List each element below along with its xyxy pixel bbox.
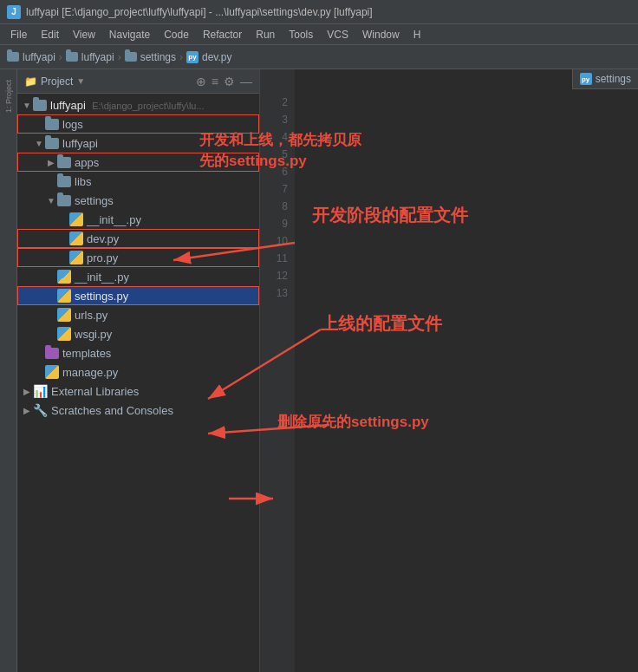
tree-item-luffyapi[interactable]: ▼ luffyapi	[17, 134, 259, 153]
urls-label: urls.py	[75, 309, 107, 322]
tree-item-templates[interactable]: templates	[17, 343, 259, 362]
tree-item-dev[interactable]: dev.py	[17, 229, 259, 248]
project-panel-header: 📁 Project ▼ ⊕ ≡ ⚙ —	[17, 69, 259, 94]
title-bar: J luffyapi [E:\django_project\luffy\luff…	[0, 0, 638, 24]
collapse-icon[interactable]: ≡	[212, 75, 218, 88]
line-3: 3	[260, 111, 288, 128]
settings-tab[interactable]: py settings	[572, 69, 638, 89]
menu-vcs[interactable]: VCS	[320, 24, 355, 44]
settings-icon[interactable]: ⚙	[224, 75, 235, 88]
line-4: 4	[260, 128, 288, 146]
init-settings-label: __init__.py	[87, 213, 141, 226]
scratches-icon: 🔧	[33, 403, 48, 417]
tree-item-wsgi[interactable]: wsgi.py	[17, 324, 259, 343]
main-layout: 1: Project 📁 Project ▼ ⊕ ≡ ⚙ — ▼ luffyap…	[0, 69, 638, 672]
wsgi-py-icon	[57, 327, 71, 341]
libs-label: libs	[75, 175, 92, 188]
menu-bar: File Edit View Navigate Code Refactor Ru…	[0, 24, 638, 45]
breadcrumb-sep-2: ›	[118, 51, 121, 63]
menu-edit[interactable]: Edit	[34, 24, 66, 44]
tree-item-settings-py[interactable]: settings.py	[17, 286, 259, 305]
menu-run[interactable]: Run	[249, 24, 282, 44]
breadcrumb-folder-icon-2	[66, 52, 78, 62]
tree-item-libs[interactable]: libs	[17, 172, 259, 191]
line-13: 13	[260, 284, 288, 302]
line-7: 7	[260, 180, 288, 198]
tree-item-init-main[interactable]: __init__.py	[17, 267, 259, 286]
tree-item-init-settings[interactable]: __init__.py	[17, 210, 259, 229]
luffyapi-folder-icon	[45, 138, 59, 149]
tree-item-urls[interactable]: urls.py	[17, 305, 259, 324]
root-folder-icon	[33, 100, 47, 111]
init-main-py-icon	[57, 270, 71, 284]
file-tree: ▼ luffyapi E:\django_project\luffy\lu...…	[17, 94, 259, 672]
menu-code[interactable]: Code	[157, 24, 196, 44]
breadcrumb-item-2[interactable]: luffyapi	[81, 51, 114, 63]
dev-label: dev.py	[87, 232, 119, 245]
pro-py-icon	[69, 251, 83, 264]
init-settings-py-icon	[69, 212, 83, 226]
logs-folder-icon	[45, 119, 59, 130]
menu-tools[interactable]: Tools	[282, 24, 320, 44]
line-2: 2	[260, 94, 288, 111]
manage-label: manage.py	[62, 366, 118, 379]
templates-label: templates	[62, 347, 111, 360]
breadcrumb-folder-icon-3	[125, 52, 137, 62]
side-strip: 1: Project	[0, 69, 17, 672]
line-12: 12	[260, 267, 288, 284]
project-title: 📁 Project ▼	[24, 75, 85, 88]
ext-libs-icon: 📊	[33, 384, 48, 398]
tree-item-external-libs[interactable]: ▶ 📊 External Libraries	[17, 382, 259, 401]
tree-item-manage[interactable]: manage.py	[17, 362, 259, 382]
editor-area: 2 3 4 5 6 7 8 9 10 11 12 13	[260, 69, 638, 672]
project-panel: 📁 Project ▼ ⊕ ≡ ⚙ — ▼ luffyapi E:\django…	[17, 69, 260, 672]
tree-item-scratches[interactable]: ▶ 🔧 Scratches and Consoles	[17, 401, 259, 420]
ext-libs-label: External Libraries	[51, 385, 139, 398]
settings-py-label: settings.py	[75, 290, 128, 303]
settings-folder-arrow: ▼	[45, 196, 57, 206]
apps-folder-icon	[57, 157, 71, 168]
libs-folder-icon	[57, 176, 71, 187]
menu-view[interactable]: View	[66, 24, 102, 44]
menu-refactor[interactable]: Refactor	[196, 24, 249, 44]
breadcrumb-sep-3: ›	[179, 51, 183, 63]
line-10: 10	[260, 232, 288, 250]
tree-item-logs[interactable]: logs	[17, 114, 259, 134]
title-bar-text: luffyapi [E:\django_project\luffy\luffya…	[26, 6, 373, 18]
menu-window[interactable]: Window	[355, 24, 407, 44]
breadcrumb: luffyapi › luffyapi › settings › py dev.…	[0, 45, 638, 69]
breadcrumb-item-4[interactable]: dev.py	[202, 51, 231, 63]
breadcrumb-sep-1: ›	[59, 51, 62, 63]
wsgi-label: wsgi.py	[75, 328, 112, 341]
project-title-label: Project	[41, 75, 73, 88]
breadcrumb-item-1[interactable]: luffyapi	[23, 51, 55, 63]
templates-folder-icon	[45, 348, 59, 359]
line-9: 9	[260, 215, 288, 232]
scratches-arrow: ▶	[21, 406, 33, 415]
locate-icon[interactable]: ⊕	[196, 75, 206, 88]
line-numbers: 2 3 4 5 6 7 8 9 10 11 12 13	[260, 69, 295, 672]
tree-item-apps[interactable]: ▶ apps	[17, 153, 259, 172]
root-arrow: ▼	[21, 101, 33, 110]
menu-navigate[interactable]: Navigate	[102, 24, 157, 44]
logs-label: logs	[62, 118, 83, 131]
breadcrumb-item-3[interactable]: settings	[140, 51, 176, 63]
breadcrumb-folder-icon-1	[7, 52, 19, 62]
side-strip-label: 1: Project	[4, 80, 13, 113]
tree-item-pro[interactable]: pro.py	[17, 248, 259, 267]
menu-file[interactable]: File	[3, 24, 34, 44]
urls-py-icon	[57, 308, 71, 322]
apps-arrow: ▶	[45, 158, 57, 167]
tree-item-settings-folder[interactable]: ▼ settings	[17, 191, 259, 210]
apps-label: apps	[75, 156, 99, 169]
line-11: 11	[260, 250, 288, 267]
line-5: 5	[260, 146, 288, 163]
project-header-icons: ⊕ ≡ ⚙ —	[196, 75, 252, 88]
editor-content[interactable]	[295, 69, 638, 672]
init-main-label: __init__.py	[75, 271, 129, 284]
tree-root[interactable]: ▼ luffyapi E:\django_project\luffy\lu...	[17, 95, 259, 114]
menu-help[interactable]: H	[407, 24, 428, 44]
settings-folder-label: settings	[75, 194, 114, 207]
minimize-icon[interactable]: —	[240, 75, 252, 88]
luffyapi-arrow: ▼	[33, 139, 45, 148]
